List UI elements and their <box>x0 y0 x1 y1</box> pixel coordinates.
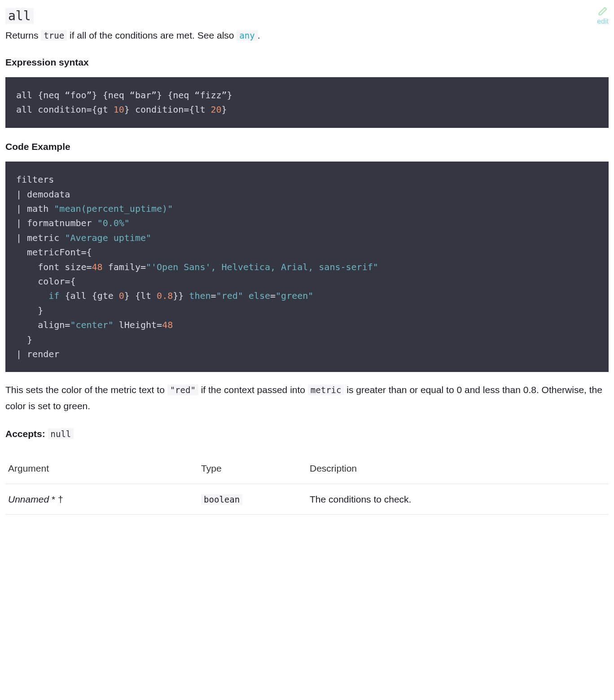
arg-cell: Unnamed * † <box>5 484 198 515</box>
code-example-code: filters | demodata | math "mean(percent_… <box>5 162 609 372</box>
explanation-text: This sets the color of the metric text t… <box>5 382 609 414</box>
accepts-label: Accepts: <box>5 429 45 439</box>
type-cell: boolean <box>198 484 307 515</box>
col-description: Description <box>307 453 609 484</box>
accepts-value: null <box>48 429 74 439</box>
expression-syntax-heading: Expression syntax <box>5 55 609 70</box>
col-type: Type <box>198 453 307 484</box>
outro-code-red: "red" <box>167 385 198 395</box>
arguments-table: Argument Type Description Unnamed * † bo… <box>5 453 609 515</box>
accepts-line: Accepts: null <box>5 427 609 441</box>
intro-code-true: true <box>41 30 67 41</box>
pencil-icon <box>598 6 608 16</box>
any-link[interactable]: any <box>237 30 257 40</box>
function-title: all <box>5 5 34 26</box>
edit-label: edit <box>597 16 609 27</box>
function-name-code: all <box>5 8 34 24</box>
outro-code-metric: metric <box>308 385 344 395</box>
desc-cell: The conditions to check. <box>307 484 609 515</box>
code-example-heading: Code Example <box>5 140 609 154</box>
intro-text: Returns true if all of the conditions ar… <box>5 28 609 43</box>
table-row: Unnamed * † boolean The conditions to ch… <box>5 484 609 515</box>
expression-syntax-code: all {neq “foo”} {neq “bar”} {neq “fizz”}… <box>5 77 609 128</box>
col-argument: Argument <box>5 453 198 484</box>
edit-link[interactable]: edit <box>597 6 609 27</box>
